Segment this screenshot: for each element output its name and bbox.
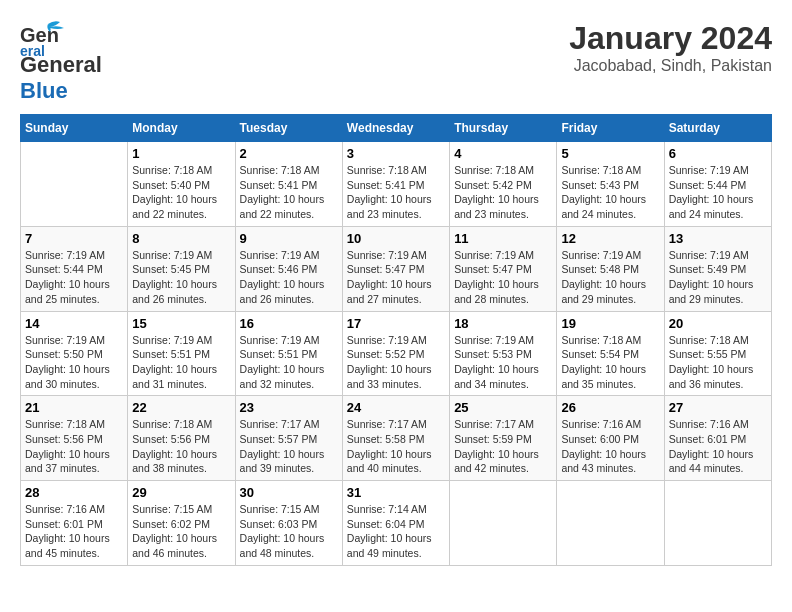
logo: Gen eral General Blue — [20, 20, 102, 104]
day-info: Sunrise: 7:19 AMSunset: 5:44 PMDaylight:… — [25, 248, 123, 307]
calendar-cell: 17Sunrise: 7:19 AMSunset: 5:52 PMDayligh… — [342, 311, 449, 396]
page-title: January 2024 — [569, 20, 772, 57]
day-info: Sunrise: 7:18 AMSunset: 5:41 PMDaylight:… — [347, 163, 445, 222]
day-info: Sunrise: 7:18 AMSunset: 5:54 PMDaylight:… — [561, 333, 659, 392]
day-info: Sunrise: 7:19 AMSunset: 5:46 PMDaylight:… — [240, 248, 338, 307]
calendar-cell: 9Sunrise: 7:19 AMSunset: 5:46 PMDaylight… — [235, 226, 342, 311]
day-info: Sunrise: 7:19 AMSunset: 5:44 PMDaylight:… — [669, 163, 767, 222]
day-number: 13 — [669, 231, 767, 246]
day-number: 12 — [561, 231, 659, 246]
calendar-cell — [450, 481, 557, 566]
calendar-cell: 25Sunrise: 7:17 AMSunset: 5:59 PMDayligh… — [450, 396, 557, 481]
day-number: 29 — [132, 485, 230, 500]
day-number: 20 — [669, 316, 767, 331]
day-number: 2 — [240, 146, 338, 161]
calendar-week-row: 7Sunrise: 7:19 AMSunset: 5:44 PMDaylight… — [21, 226, 772, 311]
day-number: 19 — [561, 316, 659, 331]
calendar-cell: 23Sunrise: 7:17 AMSunset: 5:57 PMDayligh… — [235, 396, 342, 481]
calendar-cell: 27Sunrise: 7:16 AMSunset: 6:01 PMDayligh… — [664, 396, 771, 481]
calendar-week-row: 21Sunrise: 7:18 AMSunset: 5:56 PMDayligh… — [21, 396, 772, 481]
day-info: Sunrise: 7:19 AMSunset: 5:49 PMDaylight:… — [669, 248, 767, 307]
calendar-cell: 19Sunrise: 7:18 AMSunset: 5:54 PMDayligh… — [557, 311, 664, 396]
day-number: 26 — [561, 400, 659, 415]
day-info: Sunrise: 7:19 AMSunset: 5:47 PMDaylight:… — [454, 248, 552, 307]
calendar-cell: 2Sunrise: 7:18 AMSunset: 5:41 PMDaylight… — [235, 142, 342, 227]
day-number: 6 — [669, 146, 767, 161]
day-number: 9 — [240, 231, 338, 246]
title-block: January 2024 Jacobabad, Sindh, Pakistan — [569, 20, 772, 75]
day-number: 8 — [132, 231, 230, 246]
day-info: Sunrise: 7:15 AMSunset: 6:03 PMDaylight:… — [240, 502, 338, 561]
calendar-cell: 20Sunrise: 7:18 AMSunset: 5:55 PMDayligh… — [664, 311, 771, 396]
calendar-week-row: 14Sunrise: 7:19 AMSunset: 5:50 PMDayligh… — [21, 311, 772, 396]
day-number: 22 — [132, 400, 230, 415]
calendar-cell: 11Sunrise: 7:19 AMSunset: 5:47 PMDayligh… — [450, 226, 557, 311]
calendar-cell: 16Sunrise: 7:19 AMSunset: 5:51 PMDayligh… — [235, 311, 342, 396]
calendar-header-row: Sunday Monday Tuesday Wednesday Thursday… — [21, 115, 772, 142]
col-monday: Monday — [128, 115, 235, 142]
logo-blue: Blue — [20, 78, 68, 103]
day-info: Sunrise: 7:14 AMSunset: 6:04 PMDaylight:… — [347, 502, 445, 561]
calendar-cell: 26Sunrise: 7:16 AMSunset: 6:00 PMDayligh… — [557, 396, 664, 481]
day-info: Sunrise: 7:18 AMSunset: 5:42 PMDaylight:… — [454, 163, 552, 222]
day-info: Sunrise: 7:19 AMSunset: 5:51 PMDaylight:… — [240, 333, 338, 392]
calendar-cell: 28Sunrise: 7:16 AMSunset: 6:01 PMDayligh… — [21, 481, 128, 566]
col-wednesday: Wednesday — [342, 115, 449, 142]
calendar-cell: 3Sunrise: 7:18 AMSunset: 5:41 PMDaylight… — [342, 142, 449, 227]
day-info: Sunrise: 7:19 AMSunset: 5:47 PMDaylight:… — [347, 248, 445, 307]
day-info: Sunrise: 7:19 AMSunset: 5:48 PMDaylight:… — [561, 248, 659, 307]
col-saturday: Saturday — [664, 115, 771, 142]
calendar-table: Sunday Monday Tuesday Wednesday Thursday… — [20, 114, 772, 566]
day-number: 18 — [454, 316, 552, 331]
calendar-cell: 29Sunrise: 7:15 AMSunset: 6:02 PMDayligh… — [128, 481, 235, 566]
day-number: 5 — [561, 146, 659, 161]
day-number: 16 — [240, 316, 338, 331]
day-number: 24 — [347, 400, 445, 415]
day-number: 15 — [132, 316, 230, 331]
day-number: 4 — [454, 146, 552, 161]
calendar-cell: 14Sunrise: 7:19 AMSunset: 5:50 PMDayligh… — [21, 311, 128, 396]
day-number: 21 — [25, 400, 123, 415]
day-info: Sunrise: 7:19 AMSunset: 5:53 PMDaylight:… — [454, 333, 552, 392]
calendar-cell: 22Sunrise: 7:18 AMSunset: 5:56 PMDayligh… — [128, 396, 235, 481]
day-info: Sunrise: 7:18 AMSunset: 5:41 PMDaylight:… — [240, 163, 338, 222]
day-number: 14 — [25, 316, 123, 331]
day-number: 27 — [669, 400, 767, 415]
calendar-cell: 4Sunrise: 7:18 AMSunset: 5:42 PMDaylight… — [450, 142, 557, 227]
day-number: 17 — [347, 316, 445, 331]
calendar-cell — [557, 481, 664, 566]
day-info: Sunrise: 7:16 AMSunset: 6:01 PMDaylight:… — [25, 502, 123, 561]
day-number: 25 — [454, 400, 552, 415]
day-number: 31 — [347, 485, 445, 500]
day-info: Sunrise: 7:17 AMSunset: 5:58 PMDaylight:… — [347, 417, 445, 476]
day-info: Sunrise: 7:19 AMSunset: 5:51 PMDaylight:… — [132, 333, 230, 392]
page-header: Gen eral General Blue January 2024 Jacob… — [20, 20, 772, 104]
col-sunday: Sunday — [21, 115, 128, 142]
calendar-cell: 10Sunrise: 7:19 AMSunset: 5:47 PMDayligh… — [342, 226, 449, 311]
day-info: Sunrise: 7:17 AMSunset: 5:59 PMDaylight:… — [454, 417, 552, 476]
col-tuesday: Tuesday — [235, 115, 342, 142]
day-info: Sunrise: 7:19 AMSunset: 5:50 PMDaylight:… — [25, 333, 123, 392]
day-number: 3 — [347, 146, 445, 161]
calendar-cell: 7Sunrise: 7:19 AMSunset: 5:44 PMDaylight… — [21, 226, 128, 311]
day-info: Sunrise: 7:19 AMSunset: 5:45 PMDaylight:… — [132, 248, 230, 307]
calendar-cell: 12Sunrise: 7:19 AMSunset: 5:48 PMDayligh… — [557, 226, 664, 311]
day-number: 28 — [25, 485, 123, 500]
day-number: 23 — [240, 400, 338, 415]
calendar-cell: 18Sunrise: 7:19 AMSunset: 5:53 PMDayligh… — [450, 311, 557, 396]
calendar-cell: 24Sunrise: 7:17 AMSunset: 5:58 PMDayligh… — [342, 396, 449, 481]
day-info: Sunrise: 7:18 AMSunset: 5:56 PMDaylight:… — [132, 417, 230, 476]
calendar-cell: 5Sunrise: 7:18 AMSunset: 5:43 PMDaylight… — [557, 142, 664, 227]
page-subtitle: Jacobabad, Sindh, Pakistan — [569, 57, 772, 75]
day-info: Sunrise: 7:15 AMSunset: 6:02 PMDaylight:… — [132, 502, 230, 561]
col-thursday: Thursday — [450, 115, 557, 142]
calendar-week-row: 28Sunrise: 7:16 AMSunset: 6:01 PMDayligh… — [21, 481, 772, 566]
day-info: Sunrise: 7:19 AMSunset: 5:52 PMDaylight:… — [347, 333, 445, 392]
calendar-cell: 30Sunrise: 7:15 AMSunset: 6:03 PMDayligh… — [235, 481, 342, 566]
day-number: 7 — [25, 231, 123, 246]
day-number: 30 — [240, 485, 338, 500]
day-number: 11 — [454, 231, 552, 246]
col-friday: Friday — [557, 115, 664, 142]
svg-text:eral: eral — [20, 43, 45, 56]
calendar-cell: 1Sunrise: 7:18 AMSunset: 5:40 PMDaylight… — [128, 142, 235, 227]
